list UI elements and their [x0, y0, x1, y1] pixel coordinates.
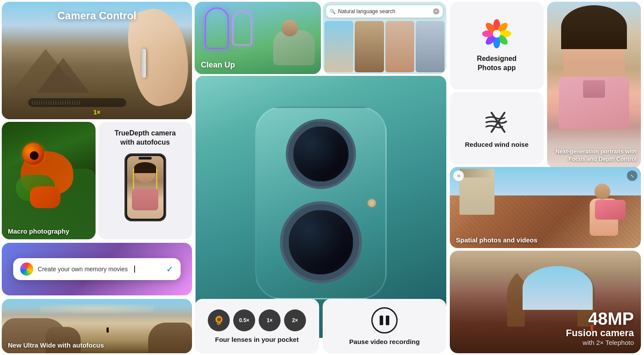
spatial-card: ○ ⤡ Spatial photos and videos [450, 167, 641, 248]
search-bar[interactable]: 🔍 Natural language search ✕ [326, 5, 443, 18]
text-cursor [132, 266, 135, 273]
photos-app-card: Redesigned Photos app [450, 2, 544, 89]
memory-check-icon: ✓ [166, 264, 174, 274]
ultra-wide-card: New Ultra Wide with autofocus [2, 299, 192, 353]
1x-lens-btn[interactable]: 1× [259, 309, 281, 331]
photos-app-icon [481, 18, 512, 49]
wind-noise-icon [483, 108, 511, 136]
memory-movies-text: Create your own memory movies [38, 266, 128, 273]
wind-noise-title: Reduced wind noise [465, 141, 528, 148]
pause-button[interactable] [371, 307, 398, 334]
pause-video-card: Pause video recording [323, 299, 446, 353]
clean-up-card: Clean Up [195, 2, 321, 74]
fusion-card: 48MP Fusion camera with 2× Telephoto [450, 251, 641, 353]
memory-input-bar[interactable]: Create your own memory movies ✓ [13, 258, 181, 280]
lens-buttons: 🌻 0.5× 1× 2× [208, 309, 306, 331]
ultra-wide-label: New Ultra Wide with autofocus [8, 341, 104, 349]
portraits-card: Next-generation portraits with Focus and… [547, 2, 641, 168]
four-lenses-title: Four lenses in your pocket [215, 336, 299, 343]
macro-label: Macro photography [8, 227, 69, 235]
four-lenses-card: 🌻 0.5× 1× 2× Four lenses in your pocket [195, 299, 319, 353]
main-grid: Camera Control │││││││││││││││││││││ 1× … [0, 0, 644, 355]
photos-app-title: Redesigned Photos app [477, 54, 517, 73]
truedepth-title: TrueDepth camerawith autofocus [114, 129, 176, 147]
siri-icon [20, 263, 33, 276]
fusion-detail: with 2× Telephoto [566, 339, 634, 346]
fusion-sub: Fusion camera [566, 327, 634, 339]
camera-control-card: Camera Control │││││││││││││││││││││ 1× [2, 2, 192, 119]
expand-icon: ⤡ [627, 170, 637, 181]
macro-card: Macro photography [2, 122, 96, 239]
05x-lens-btn[interactable]: 0.5× [233, 309, 255, 331]
wind-noise-card: Reduced wind noise [450, 92, 544, 164]
truedepth-card: TrueDepth camerawith autofocus [98, 122, 192, 239]
zoom-bar: │││││││││││││││││││││ [28, 98, 126, 107]
portraits-label: Next-generation portraits with Focus and… [547, 148, 637, 163]
svg-point-8 [493, 30, 501, 38]
natural-search-card: 🔍 Natural language search ✕ [323, 2, 446, 74]
pause-video-title: Pause video recording [349, 338, 420, 345]
fusion-title: 48MP Fusion camera with 2× Telephoto [566, 310, 634, 346]
search-text: Natural language search [338, 8, 395, 14]
2x-lens-btn[interactable]: 2× [284, 309, 306, 331]
pause-icon [380, 316, 389, 325]
spatial-label: Spatial photos and videos [456, 236, 537, 244]
search-icon: 🔍 [330, 9, 336, 14]
spatial-icon: ○ [453, 170, 464, 181]
camera-control-title: Camera Control [57, 10, 136, 22]
clean-up-label: Clean Up [201, 60, 235, 70]
zoom-level: 1× [93, 109, 100, 116]
fusion-main: 48MP [566, 310, 634, 327]
search-clear[interactable]: ✕ [433, 8, 439, 14]
macro-lens-btn[interactable]: 🌻 [208, 309, 230, 331]
memory-movies-card: Create your own memory movies ✓ [2, 243, 192, 295]
